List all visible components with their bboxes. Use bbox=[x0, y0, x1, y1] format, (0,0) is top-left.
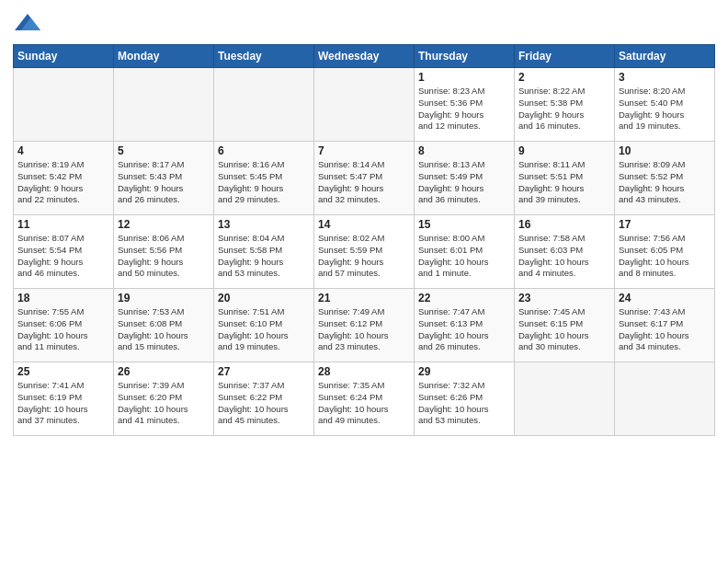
day-number: 22 bbox=[418, 292, 510, 304]
cell-content: Sunrise: 8:19 AM Sunset: 5:42 PM Dayligh… bbox=[17, 159, 109, 206]
calendar-cell: 18Sunrise: 7:55 AM Sunset: 6:06 PM Dayli… bbox=[14, 289, 114, 362]
day-number: 14 bbox=[318, 218, 410, 231]
calendar-week-4: 18Sunrise: 7:55 AM Sunset: 6:06 PM Dayli… bbox=[14, 289, 715, 362]
cell-content: Sunrise: 8:16 AM Sunset: 5:45 PM Dayligh… bbox=[218, 159, 310, 206]
logo bbox=[13, 9, 40, 39]
day-number: 20 bbox=[218, 292, 310, 304]
calendar-cell: 3Sunrise: 8:20 AM Sunset: 5:40 PM Daylig… bbox=[615, 68, 715, 142]
day-number: 3 bbox=[619, 71, 711, 84]
cell-content: Sunrise: 8:13 AM Sunset: 5:49 PM Dayligh… bbox=[418, 159, 510, 206]
day-number: 11 bbox=[17, 218, 109, 231]
cell-content: Sunrise: 7:56 AM Sunset: 6:05 PM Dayligh… bbox=[619, 233, 711, 280]
day-number: 9 bbox=[518, 144, 610, 157]
day-header-saturday: Saturday bbox=[615, 45, 715, 68]
calendar-cell: 23Sunrise: 7:45 AM Sunset: 6:15 PM Dayli… bbox=[515, 289, 615, 362]
cell-content: Sunrise: 7:32 AM Sunset: 6:26 PM Dayligh… bbox=[418, 380, 510, 427]
day-number: 1 bbox=[418, 71, 510, 84]
calendar-cell: 19Sunrise: 7:53 AM Sunset: 6:08 PM Dayli… bbox=[114, 289, 214, 362]
day-number: 28 bbox=[318, 365, 410, 378]
day-number: 12 bbox=[118, 218, 210, 231]
header bbox=[13, 9, 715, 39]
cell-content: Sunrise: 8:11 AM Sunset: 5:51 PM Dayligh… bbox=[518, 159, 610, 206]
day-number: 27 bbox=[218, 365, 310, 378]
calendar-cell: 1Sunrise: 8:23 AM Sunset: 5:36 PM Daylig… bbox=[415, 68, 515, 142]
cell-content: Sunrise: 8:06 AM Sunset: 5:56 PM Dayligh… bbox=[118, 233, 210, 280]
calendar-cell: 28Sunrise: 7:35 AM Sunset: 6:24 PM Dayli… bbox=[314, 362, 415, 436]
day-number: 13 bbox=[218, 218, 310, 231]
calendar-cell: 26Sunrise: 7:39 AM Sunset: 6:20 PM Dayli… bbox=[114, 362, 214, 436]
day-number: 2 bbox=[518, 71, 610, 84]
calendar-cell: 2Sunrise: 8:22 AM Sunset: 5:38 PM Daylig… bbox=[515, 68, 615, 142]
calendar-cell: 22Sunrise: 7:47 AM Sunset: 6:13 PM Dayli… bbox=[415, 289, 515, 362]
calendar-cell: 5Sunrise: 8:17 AM Sunset: 5:43 PM Daylig… bbox=[114, 142, 214, 215]
calendar-cell: 6Sunrise: 8:16 AM Sunset: 5:45 PM Daylig… bbox=[214, 142, 314, 215]
calendar-cell: 9Sunrise: 8:11 AM Sunset: 5:51 PM Daylig… bbox=[515, 142, 615, 215]
calendar-cell: 27Sunrise: 7:37 AM Sunset: 6:22 PM Dayli… bbox=[214, 362, 314, 436]
day-number: 6 bbox=[218, 144, 310, 157]
cell-content: Sunrise: 7:53 AM Sunset: 6:08 PM Dayligh… bbox=[118, 306, 210, 353]
day-header-friday: Friday bbox=[515, 45, 615, 68]
day-header-tuesday: Tuesday bbox=[214, 45, 314, 68]
calendar-cell: 29Sunrise: 7:32 AM Sunset: 6:26 PM Dayli… bbox=[415, 362, 515, 436]
calendar-cell: 11Sunrise: 8:07 AM Sunset: 5:54 PM Dayli… bbox=[14, 215, 114, 289]
calendar-cell: 16Sunrise: 7:58 AM Sunset: 6:03 PM Dayli… bbox=[515, 215, 615, 289]
calendar-cell: 25Sunrise: 7:41 AM Sunset: 6:19 PM Dayli… bbox=[14, 362, 114, 436]
day-number: 26 bbox=[118, 365, 210, 378]
logo-icon bbox=[15, 9, 40, 35]
day-number: 24 bbox=[619, 292, 711, 304]
cell-content: Sunrise: 8:17 AM Sunset: 5:43 PM Dayligh… bbox=[118, 159, 210, 206]
calendar-header-row: SundayMondayTuesdayWednesdayThursdayFrid… bbox=[14, 45, 715, 68]
day-number: 7 bbox=[318, 144, 410, 157]
day-header-monday: Monday bbox=[114, 45, 214, 68]
day-header-wednesday: Wednesday bbox=[314, 45, 415, 68]
day-number: 29 bbox=[418, 365, 510, 378]
cell-content: Sunrise: 8:00 AM Sunset: 6:01 PM Dayligh… bbox=[418, 233, 510, 280]
cell-content: Sunrise: 7:47 AM Sunset: 6:13 PM Dayligh… bbox=[418, 306, 510, 353]
day-number: 10 bbox=[619, 144, 711, 157]
calendar-page: SundayMondayTuesdayWednesdayThursdayFrid… bbox=[0, 0, 728, 563]
cell-content: Sunrise: 8:23 AM Sunset: 5:36 PM Dayligh… bbox=[418, 86, 510, 132]
calendar-cell: 12Sunrise: 8:06 AM Sunset: 5:56 PM Dayli… bbox=[114, 215, 214, 289]
calendar-week-5: 25Sunrise: 7:41 AM Sunset: 6:19 PM Dayli… bbox=[14, 362, 715, 436]
calendar-week-3: 11Sunrise: 8:07 AM Sunset: 5:54 PM Dayli… bbox=[14, 215, 715, 289]
cell-content: Sunrise: 7:37 AM Sunset: 6:22 PM Dayligh… bbox=[218, 380, 310, 427]
cell-content: Sunrise: 8:09 AM Sunset: 5:52 PM Dayligh… bbox=[619, 159, 711, 206]
cell-content: Sunrise: 7:39 AM Sunset: 6:20 PM Dayligh… bbox=[118, 380, 210, 427]
calendar-cell bbox=[14, 68, 114, 142]
calendar-cell: 13Sunrise: 8:04 AM Sunset: 5:58 PM Dayli… bbox=[214, 215, 314, 289]
calendar-cell: 24Sunrise: 7:43 AM Sunset: 6:17 PM Dayli… bbox=[615, 289, 715, 362]
cell-content: Sunrise: 7:51 AM Sunset: 6:10 PM Dayligh… bbox=[218, 306, 310, 353]
day-number: 18 bbox=[17, 292, 109, 304]
cell-content: Sunrise: 7:45 AM Sunset: 6:15 PM Dayligh… bbox=[518, 306, 610, 353]
cell-content: Sunrise: 8:04 AM Sunset: 5:58 PM Dayligh… bbox=[218, 233, 310, 280]
calendar-cell: 21Sunrise: 7:49 AM Sunset: 6:12 PM Dayli… bbox=[314, 289, 415, 362]
day-number: 16 bbox=[518, 218, 610, 231]
calendar-cell: 15Sunrise: 8:00 AM Sunset: 6:01 PM Dayli… bbox=[415, 215, 515, 289]
cell-content: Sunrise: 8:07 AM Sunset: 5:54 PM Dayligh… bbox=[17, 233, 109, 280]
day-number: 21 bbox=[318, 292, 410, 304]
cell-content: Sunrise: 7:43 AM Sunset: 6:17 PM Dayligh… bbox=[619, 306, 711, 353]
day-number: 8 bbox=[418, 144, 510, 157]
day-header-sunday: Sunday bbox=[14, 45, 114, 68]
day-number: 4 bbox=[17, 144, 109, 157]
day-number: 19 bbox=[118, 292, 210, 304]
cell-content: Sunrise: 7:49 AM Sunset: 6:12 PM Dayligh… bbox=[318, 306, 410, 353]
cell-content: Sunrise: 7:35 AM Sunset: 6:24 PM Dayligh… bbox=[318, 380, 410, 427]
cell-content: Sunrise: 7:55 AM Sunset: 6:06 PM Dayligh… bbox=[17, 306, 109, 353]
day-number: 17 bbox=[619, 218, 711, 231]
calendar-week-2: 4Sunrise: 8:19 AM Sunset: 5:42 PM Daylig… bbox=[14, 142, 715, 215]
calendar-cell bbox=[114, 68, 214, 142]
cell-content: Sunrise: 8:20 AM Sunset: 5:40 PM Dayligh… bbox=[619, 86, 711, 132]
calendar-cell bbox=[615, 362, 715, 436]
calendar-cell bbox=[515, 362, 615, 436]
cell-content: Sunrise: 7:41 AM Sunset: 6:19 PM Dayligh… bbox=[17, 380, 109, 427]
cell-content: Sunrise: 8:02 AM Sunset: 5:59 PM Dayligh… bbox=[318, 233, 410, 280]
cell-content: Sunrise: 7:58 AM Sunset: 6:03 PM Dayligh… bbox=[518, 233, 610, 280]
calendar-cell: 10Sunrise: 8:09 AM Sunset: 5:52 PM Dayli… bbox=[615, 142, 715, 215]
day-number: 15 bbox=[418, 218, 510, 231]
calendar-cell: 20Sunrise: 7:51 AM Sunset: 6:10 PM Dayli… bbox=[214, 289, 314, 362]
calendar-week-1: 1Sunrise: 8:23 AM Sunset: 5:36 PM Daylig… bbox=[14, 68, 715, 142]
calendar-cell bbox=[214, 68, 314, 142]
calendar-cell: 7Sunrise: 8:14 AM Sunset: 5:47 PM Daylig… bbox=[314, 142, 415, 215]
day-number: 5 bbox=[118, 144, 210, 157]
